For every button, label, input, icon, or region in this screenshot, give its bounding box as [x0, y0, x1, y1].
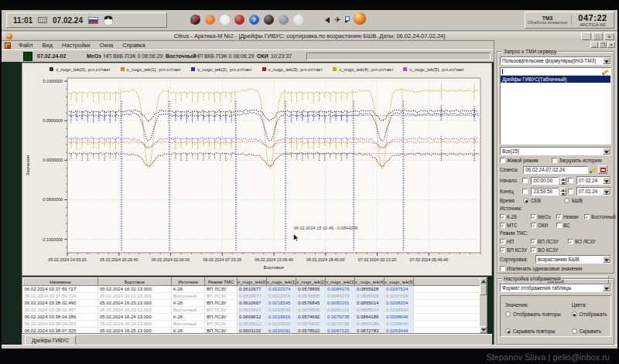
time-radio-БШВ[interactable]: БШВ — [564, 198, 583, 203]
table-header[interactable]: v_nugv_tek(4) — [355, 278, 385, 286]
source-checkbox[interactable]: ✓ОКИ — [531, 223, 556, 228]
menu-item[interactable]: Окна — [95, 42, 118, 49]
source-checkbox[interactable]: ✓Неман — [556, 214, 584, 219]
table-header[interactable]: Наземное — [23, 278, 98, 286]
time-spinner[interactable] — [560, 177, 566, 185]
colors-radio[interactable]: Отображать — [572, 311, 607, 317]
values-radio[interactable]: Скрывать повторы — [505, 328, 561, 334]
chevron-down-icon[interactable] — [603, 256, 610, 263]
chevron-down-icon[interactable] — [603, 177, 610, 184]
tms-checkbox[interactable]: ✓НП — [500, 239, 531, 244]
eagle-icon[interactable] — [264, 15, 274, 25]
tab-drifts-givus[interactable]: Дрейфы ГИВУС — [25, 335, 76, 345]
plane-icon[interactable]: ✈ — [334, 15, 340, 25]
scroll-left-icon[interactable] — [325, 17, 330, 23]
help-icon[interactable]: ? — [249, 15, 259, 25]
table-row[interactable]: 06.02.2024 03:38:04.28305.02.2024 16:24:… — [23, 321, 480, 328]
scroll-down-icon[interactable] — [480, 326, 487, 333]
menu-item[interactable]: Справка — [118, 42, 149, 49]
orange-app-icon[interactable] — [354, 12, 366, 25]
blocked-icon[interactable] — [190, 15, 200, 25]
tms-checkbox[interactable]: ✓ВО ЛСЗУ — [568, 239, 611, 244]
colors-radio[interactable]: Скрывать — [572, 328, 607, 334]
panel-minimize-button[interactable]: _ — [590, 42, 598, 48]
end-date-combo[interactable]: 07.02.24 — [576, 187, 611, 196]
cell-source: К-26 — [172, 300, 205, 307]
documents-icon[interactable] — [220, 15, 230, 25]
table-header[interactable]: v_nugv_tek(2) — [296, 278, 326, 286]
start-date-checkbox[interactable] — [568, 178, 575, 183]
cell-filler — [414, 328, 480, 335]
table-row[interactable]: 06.02.2024 03:38:02.48705.02.2024 16:23:… — [23, 307, 480, 314]
chart-plot[interactable]: 05.02.2024 14:53:2005.02.2024 20:26:4006… — [22, 73, 491, 276]
table-header[interactable]: Источник — [172, 278, 205, 286]
table-row[interactable]: 06.02.2024 03:38:04.28605.02.2024 16:24:… — [23, 314, 480, 321]
panel-close-button[interactable]: × — [607, 42, 615, 48]
sort-combo[interactable]: возрастанию БШВ — [535, 255, 611, 264]
menu-item[interactable]: Файл — [14, 42, 37, 49]
table-header[interactable]: v_nugv_tek(1) — [267, 278, 296, 286]
source-checkbox[interactable]: ✓Восточный — [584, 214, 616, 219]
chevron-down-icon[interactable] — [603, 148, 610, 155]
table-row[interactable]: 06.02.2024 03:37:59.72405.02.2024 16:22:… — [23, 293, 480, 300]
orange-ball-icon[interactable] — [205, 15, 215, 25]
russia-flag-icon[interactable] — [88, 17, 98, 24]
table-scrollbar[interactable] — [480, 277, 487, 333]
calendar-icon[interactable] — [598, 165, 607, 174]
chevron-down-icon[interactable] — [603, 188, 610, 195]
source-checkbox[interactable]: ВС — [556, 223, 584, 228]
end-time-field[interactable]: 23:59:59 — [531, 188, 558, 196]
table-row[interactable]: 06.02.2024 03:38:02.49005.02.2024 16:23:… — [23, 300, 480, 307]
end-date-checkbox[interactable] — [568, 189, 575, 194]
menu-item[interactable]: Вид — [37, 42, 57, 49]
source-checkbox[interactable]: ✓МТС — [500, 223, 531, 228]
chevron-down-icon[interactable] — [603, 57, 610, 64]
source-checkbox[interactable]: ✓МеОз — [531, 214, 556, 219]
app-ball-active-icon[interactable] — [345, 16, 350, 21]
table-row[interactable]: 06.02.2024 03:37:59.72705.02.2024 16:22:… — [23, 286, 480, 293]
table-header[interactable]: Режим ТМС — [205, 278, 238, 286]
scroll-up-icon[interactable] — [480, 277, 487, 284]
formulary-combo[interactable]: Пользовательские формуляры(tmi3-ТМЗ) — [500, 56, 611, 65]
menu-item[interactable]: Настройки — [57, 42, 95, 49]
start-time-checkbox[interactable] — [522, 178, 529, 183]
red-badge-icon[interactable] — [234, 15, 245, 25]
table-row[interactable]: 06.02.2024 03:38:07.32505.02.2024 16:25:… — [23, 328, 480, 335]
pencil-icon[interactable] — [590, 167, 597, 173]
minimize-button[interactable]: _ — [581, 32, 591, 40]
filter-input[interactable] — [501, 68, 610, 76]
end-time-checkbox[interactable] — [522, 189, 529, 194]
exclude-duplicates-checkbox[interactable]: Исключать одинаковые значения — [500, 266, 582, 271]
live-mode-checkbox[interactable]: Живой режим — [500, 158, 538, 163]
start-time-field[interactable]: 00:00:00 — [531, 177, 558, 185]
time-spinner[interactable] — [560, 188, 566, 196]
source-checkbox[interactable]: ✓К-26 — [500, 214, 531, 219]
table-header[interactable]: Бортовое — [98, 278, 172, 286]
panel-restore-button[interactable]: ❐ — [599, 42, 607, 48]
chevron-down-icon[interactable] — [603, 284, 610, 291]
format-combo[interactable]: Формат отображения таблицы — [500, 284, 611, 292]
notes-icon[interactable] — [293, 15, 303, 25]
sessions-field[interactable]: 06.02.24-07.02.24 — [523, 166, 588, 174]
telemetry-table[interactable]: НаземноеБортовоеИсточникРежим ТМСv_nugv_… — [22, 277, 480, 334]
formulary-selected-item[interactable]: Дрейфы ГИВУС(Табличный) — [501, 76, 610, 83]
values-radio[interactable]: Отображать повторы — [505, 311, 561, 317]
maximize-button[interactable]: □ — [593, 32, 603, 40]
start-date-combo[interactable]: 07.02.24 — [576, 176, 611, 185]
pencil-icon[interactable] — [602, 69, 609, 75]
tools-icon[interactable] — [279, 15, 289, 25]
load-history-checkbox[interactable]: Загрузить историю — [552, 158, 601, 163]
table-header[interactable]: v_nugv_tek(0) — [238, 278, 267, 286]
table-header[interactable]: v_nugv_tek(5) — [385, 278, 414, 286]
tms-checkbox[interactable]: ✓ВП КСЗУ — [500, 247, 531, 253]
scrollbar-thumb[interactable] — [480, 284, 487, 295]
close-button[interactable]: × — [604, 32, 614, 40]
formulary-listbox[interactable]: Дрейфы ГИВУС(Табличный) — [500, 67, 611, 145]
radio-icon — [572, 328, 577, 334]
panda-icon[interactable] — [104, 15, 113, 25]
count-combo[interactable]: Все(25) — [500, 147, 611, 155]
time-radio-СЕВ[interactable]: СЕВ — [523, 198, 541, 203]
table-header[interactable]: v_nugv_tek(3) — [326, 278, 355, 286]
tms-checkbox[interactable]: ✓ВО КСЗУ — [531, 247, 568, 253]
tms-checkbox[interactable]: ✓ВП ЛСЗУ — [531, 239, 568, 244]
